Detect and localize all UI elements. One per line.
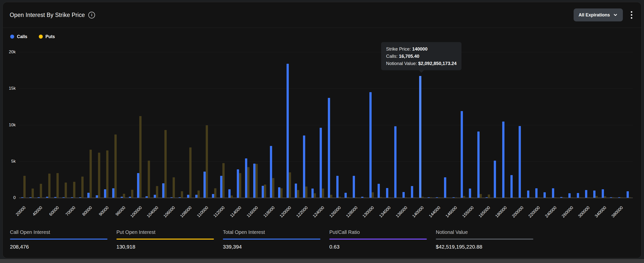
bar-group-120000[interactable]: 120000 <box>284 52 293 198</box>
puts-bar[interactable] <box>372 192 374 198</box>
puts-bar[interactable] <box>264 184 266 198</box>
puts-bar[interactable] <box>48 174 50 198</box>
bar-group-155000[interactable]: 155000 <box>467 52 475 198</box>
puts-bar[interactable] <box>455 197 457 198</box>
calls-bar[interactable] <box>444 177 446 198</box>
bar-group[interactable] <box>575 52 583 198</box>
bar-group[interactable] <box>243 52 251 198</box>
bar-group[interactable] <box>27 52 36 198</box>
puts-bar[interactable] <box>538 197 540 198</box>
bar-group-118000[interactable]: 118000 <box>268 52 276 198</box>
calls-bar[interactable] <box>510 175 513 198</box>
puts-bar[interactable] <box>148 161 150 198</box>
calls-bar[interactable] <box>560 197 562 198</box>
puts-bar[interactable] <box>206 125 208 198</box>
puts-bar[interactable] <box>529 197 532 198</box>
puts-bar[interactable] <box>471 197 473 198</box>
bar-group[interactable] <box>77 52 85 198</box>
calls-bar[interactable] <box>62 197 65 198</box>
calls-bar[interactable] <box>295 184 297 198</box>
bar-group[interactable] <box>442 52 450 198</box>
calls-bar[interactable] <box>527 190 529 198</box>
bar-group-112000[interactable]: 112000 <box>218 52 226 198</box>
puts-bar[interactable] <box>314 193 316 198</box>
calls-bar[interactable] <box>328 98 330 198</box>
calls-bar[interactable] <box>419 76 421 198</box>
bar-group[interactable] <box>608 52 616 198</box>
puts-bar[interactable] <box>322 188 324 198</box>
bar-group[interactable] <box>210 52 218 198</box>
puts-bar[interactable] <box>139 116 142 198</box>
calls-bar[interactable] <box>46 197 48 198</box>
calls-bar[interactable] <box>112 188 114 198</box>
bar-group[interactable] <box>260 52 268 198</box>
puts-bar[interactable] <box>198 190 200 198</box>
calls-bar[interactable] <box>494 161 496 198</box>
calls-bar[interactable] <box>79 197 81 198</box>
bar-group-100000[interactable]: 100000 <box>135 52 144 198</box>
bar-group[interactable] <box>592 52 600 198</box>
bar-group-130000[interactable]: 130000 <box>368 52 376 198</box>
calls-bar[interactable] <box>137 173 139 198</box>
puts-bar[interactable] <box>214 188 216 198</box>
puts-bar[interactable] <box>396 197 399 198</box>
puts-bar[interactable] <box>521 197 523 198</box>
puts-bar[interactable] <box>297 190 299 198</box>
calls-bar[interactable] <box>378 184 380 198</box>
calls-bar[interactable] <box>38 197 40 198</box>
puts-bar[interactable] <box>81 177 84 198</box>
bar-group-146000[interactable]: 146000 <box>450 52 459 198</box>
puts-bar[interactable] <box>239 173 241 198</box>
calls-bar[interactable] <box>577 193 579 198</box>
calls-bar[interactable] <box>626 191 629 198</box>
calls-bar[interactable] <box>146 196 148 198</box>
calls-bar[interactable] <box>353 176 355 198</box>
calls-bar[interactable] <box>212 194 214 198</box>
bar-group[interactable] <box>61 52 69 198</box>
calls-bar[interactable] <box>121 197 123 198</box>
calls-bar[interactable] <box>436 197 438 198</box>
calls-bar[interactable] <box>286 64 289 198</box>
calls-bar[interactable] <box>253 164 256 198</box>
calls-bar[interactable] <box>220 176 222 198</box>
puts-bar[interactable] <box>164 130 167 198</box>
puts-bar[interactable] <box>347 197 349 198</box>
bar-group[interactable] <box>160 52 168 198</box>
bar-group[interactable] <box>376 52 384 198</box>
calls-bar[interactable] <box>469 188 471 198</box>
calls-bar[interactable] <box>477 132 480 198</box>
bar-group-108000[interactable]: 108000 <box>185 52 193 198</box>
puts-bar[interactable] <box>496 197 498 198</box>
puts-bar[interactable] <box>570 197 573 198</box>
puts-bar[interactable] <box>364 197 366 198</box>
calls-bar[interactable] <box>21 197 24 198</box>
calls-bar[interactable] <box>71 197 73 198</box>
bar-group-126000[interactable]: 126000 <box>334 52 342 198</box>
puts-bar[interactable] <box>629 197 631 198</box>
calls-bar[interactable] <box>29 197 32 198</box>
calls-bar[interactable] <box>96 195 98 198</box>
bar-group[interactable] <box>525 52 533 198</box>
calls-bar[interactable] <box>195 195 198 198</box>
calls-bar[interactable] <box>178 197 181 198</box>
calls-bar[interactable] <box>585 190 587 198</box>
calls-bar[interactable] <box>461 111 463 198</box>
puts-bar[interactable] <box>413 197 416 198</box>
bar-group-80000[interactable]: 80000 <box>86 52 94 198</box>
calls-bar[interactable] <box>361 197 364 198</box>
calls-bar[interactable] <box>162 183 164 198</box>
bar-group-128000[interactable]: 128000 <box>351 52 359 198</box>
puts-bar[interactable] <box>562 197 565 198</box>
calls-bar[interactable] <box>129 197 131 198</box>
puts-bar[interactable] <box>438 197 440 198</box>
bar-group[interactable] <box>127 52 135 198</box>
bar-group[interactable] <box>459 52 467 198</box>
bar-group-240000[interactable]: 240000 <box>550 52 558 198</box>
bar-group-300000[interactable]: 300000 <box>583 52 591 198</box>
calls-bar[interactable] <box>535 188 538 198</box>
calls-bar[interactable] <box>154 195 156 198</box>
calls-bar[interactable] <box>262 186 264 198</box>
bar-group-104000[interactable]: 104000 <box>152 52 160 198</box>
bar-group-110000[interactable]: 110000 <box>202 52 210 198</box>
puts-bar[interactable] <box>380 197 382 198</box>
